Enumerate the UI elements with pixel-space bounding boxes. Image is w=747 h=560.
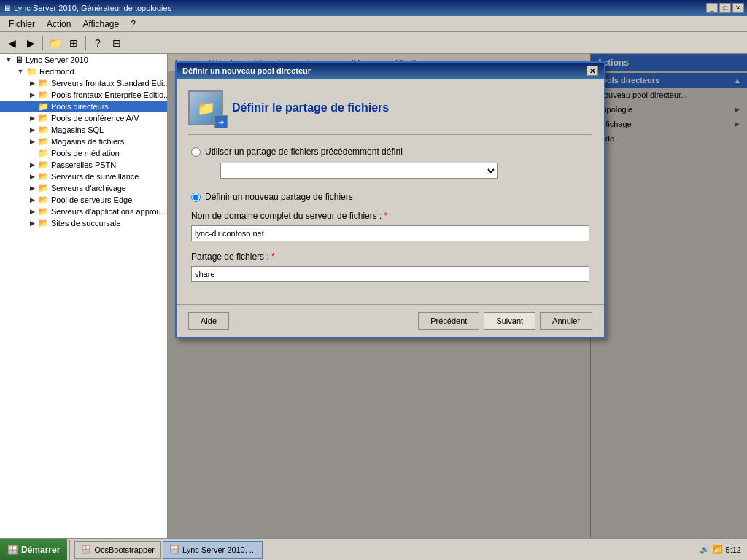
tree-pc-av-label: Pools de conférence A/V [51, 114, 139, 122]
grid-button[interactable]: ⊞ [65, 34, 82, 52]
tree-pools-directeurs[interactable]: 📁 Pools directeurs [0, 101, 167, 112]
tree-redmond[interactable]: ▼ 📁 Redmond [0, 66, 167, 77]
taskbar-items: 🪟 OcsBootstrapper 🪟 Lync Server 2010, ..… [71, 541, 693, 559]
ss2-icon: 📂 [38, 218, 49, 228]
tree-pools-frontaux-ent[interactable]: ▶ 📂 Pools frontaux Enterprise Editio... [0, 89, 167, 101]
mf-icon: 📂 [38, 136, 49, 147]
suivant-button[interactable]: Suivant [484, 312, 535, 330]
tree-root-label: Lync Server 2010 [26, 55, 88, 64]
ms-sql-icon: 📂 [38, 125, 49, 135]
tree-passerelles-pstn[interactable]: ▶ 📂 Passerelles PSTN [0, 159, 167, 171]
aide-button[interactable]: Aide [188, 312, 229, 330]
tree-magasins-fichiers[interactable]: ▶ 📂 Magasins de fichiers [0, 136, 167, 147]
dialog-header-section: 📁 ➜ Définir le partage de fichiers [188, 90, 592, 135]
hostname-input[interactable] [191, 225, 589, 241]
close-button[interactable]: ✕ [732, 3, 744, 13]
start-label: Démarrer [21, 545, 60, 555]
tree-serveurs-archivage[interactable]: ▶ 📂 Serveurs d'archivage [0, 182, 167, 194]
tree-root[interactable]: ▼ 🖥 Lync Server 2010 [0, 54, 167, 66]
start-icon: 🪟 [7, 545, 18, 555]
tree-serveurs-surveillance[interactable]: ▶ 📂 Serveurs de surveillance [0, 171, 167, 182]
pc-av-icon: 📂 [38, 113, 49, 123]
tree-pd-label: Pools directeurs [51, 102, 109, 111]
tree-sf-std-label: Serveurs frontaux Standard Edi... [51, 79, 168, 88]
pm-icon: 📁 [38, 148, 49, 158]
menu-help[interactable]: ? [125, 18, 142, 31]
forward-button[interactable]: ▶ [22, 34, 39, 52]
tree-magasins-sql[interactable]: ▶ 📂 Magasins SQL [0, 124, 167, 136]
tree-sites-succursale[interactable]: ▶ 📂 Sites de succursale [0, 217, 167, 229]
tree-saa-label: Serveurs d'applications approu... [51, 207, 168, 216]
tree-pools-mediation[interactable]: 📁 Pools de médiation [0, 147, 167, 159]
toolbar-separator-1 [42, 36, 43, 50]
share-input[interactable] [191, 266, 589, 282]
taskbar-separator [69, 540, 70, 560]
export-button[interactable]: ⊟ [108, 34, 125, 52]
tree-ss-label: Serveurs de surveillance [51, 172, 139, 181]
folder-button[interactable]: 📁 [46, 34, 63, 52]
menu-action[interactable]: Action [41, 18, 77, 31]
toolbar-separator-2 [85, 36, 86, 50]
field-group-share: Partage de fichiers : * [191, 252, 589, 289]
redmond-icon: 📁 [26, 66, 37, 77]
tree-pp-label: Passerelles PSTN [51, 160, 116, 169]
tree-sa-label: Serveurs d'archivage [51, 184, 126, 192]
title-bar-text: Lync Server 2010, Générateur de topologi… [14, 4, 171, 12]
taskbar-lync-server[interactable]: 🪟 Lync Server 2010, ... [163, 541, 263, 559]
tree-pool-serveurs-edge[interactable]: ▶ 📂 Pool de serveurs Edge [0, 194, 167, 206]
sf-std-icon: 📂 [38, 78, 49, 88]
pp-icon: 📂 [38, 160, 49, 170]
tree-pools-conf-av[interactable]: ▶ 📂 Pools de conférence A/V [0, 112, 167, 124]
radio-group: Utiliser un partage de fichiers précédem… [191, 147, 589, 202]
nav-buttons: Précédent Suivant Annuler [418, 312, 592, 330]
status-bar: 🪟 Démarrer 🪟 OcsBootstrapper 🪟 Lync Serv… [0, 538, 747, 560]
saa-icon: 📂 [38, 206, 49, 217]
back-button[interactable]: ◀ [3, 34, 20, 52]
tree-ss2-label: Sites de succursale [51, 219, 120, 228]
existing-share-dropdown[interactable] [220, 163, 498, 179]
taskbar-item-label-1: OcsBootstrapper [94, 545, 155, 554]
tree-redmond-label: Redmond [39, 67, 74, 76]
clock: 5:12 [726, 545, 741, 554]
precedent-button[interactable]: Précédent [418, 312, 479, 330]
radio-existing[interactable] [191, 147, 201, 157]
dialog-content: 📁 ➜ Définir le partage de fichiers Utili… [177, 79, 604, 304]
radio-existing-label: Utiliser un partage de fichiers précédem… [205, 147, 403, 157]
radio-new-label: Définir un nouveau partage de fichiers [205, 192, 353, 202]
radio-new[interactable] [191, 192, 201, 202]
tree-ms-sql-label: Magasins SQL [51, 125, 104, 134]
taskbar-item-icon-1: 🪟 [81, 545, 91, 554]
tray-icon-1: 🔊 [700, 545, 710, 554]
dialog-footer: Aide Précédent Suivant Annuler [177, 304, 604, 337]
radio-option-1: Utiliser un partage de fichiers précédem… [191, 147, 589, 157]
dialog-close-button[interactable]: ✕ [587, 66, 598, 76]
help-button[interactable]: ? [89, 34, 107, 52]
dialog-definir-pool: Définir un nouveau pool directeur ✕ 📁 ➜ … [175, 61, 605, 338]
title-bar: 🖥 Lync Server 2010, Générateur de topolo… [0, 0, 747, 16]
maximize-button[interactable]: □ [719, 3, 731, 13]
menu-affichage[interactable]: Affichage [77, 18, 125, 31]
tree-pf-ent-label: Pools frontaux Enterprise Editio... [51, 90, 168, 99]
taskbar-item-label-2: Lync Server 2010, ... [182, 545, 256, 554]
right-panel: Les propriétés de cet élément ne sont pa… [168, 54, 747, 538]
dialog-icon-arrow: ➜ [214, 115, 228, 128]
share-label: Partage de fichiers : * [191, 252, 589, 262]
main-layout: ▼ 🖥 Lync Server 2010 ▼ 📁 Redmond ▶ 📂 Ser… [0, 54, 747, 538]
tree-serveurs-applications[interactable]: ▶ 📂 Serveurs d'applications approu... [0, 206, 167, 217]
dialog-title-text: Définir un nouveau pool directeur [182, 66, 311, 75]
start-button[interactable]: 🪟 Démarrer [0, 539, 67, 561]
tree-pm-label: Pools de médiation [51, 149, 120, 158]
field-group-hostname: Nom de domaine complet du serveur de fic… [191, 211, 589, 249]
tray-icon-2: 📶 [713, 545, 723, 554]
dialog-body: Utiliser un partage de fichiers précédem… [188, 147, 592, 289]
tree-panel: ▼ 🖥 Lync Server 2010 ▼ 📁 Redmond ▶ 📂 Ser… [0, 54, 168, 538]
annuler-button[interactable]: Annuler [540, 312, 592, 330]
tree-mf-label: Magasins de fichiers [51, 137, 124, 146]
taskbar-ocsbootstrapper[interactable]: 🪟 OcsBootstrapper [74, 541, 161, 559]
sa-icon: 📂 [38, 183, 49, 193]
tree-serveurs-frontaux-std[interactable]: ▶ 📂 Serveurs frontaux Standard Edi... [0, 77, 167, 89]
menu-fichier[interactable]: Fichier [3, 18, 41, 31]
dialog-title-bar: Définir un nouveau pool directeur ✕ [177, 63, 604, 79]
pse-icon: 📂 [38, 195, 49, 205]
minimize-button[interactable]: _ [706, 3, 718, 13]
